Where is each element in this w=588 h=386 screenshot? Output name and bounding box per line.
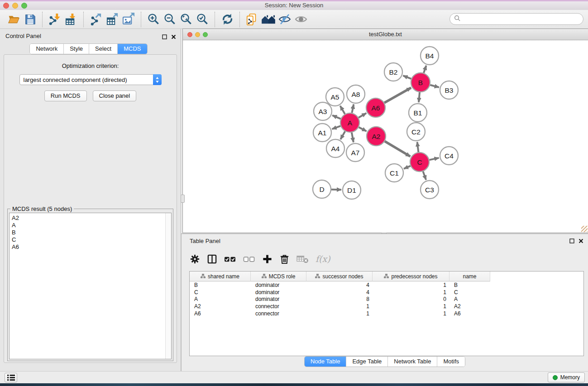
float-panel-icon[interactable] bbox=[162, 33, 167, 41]
table-cell[interactable]: dominator bbox=[251, 296, 306, 302]
network-zoom-button[interactable] bbox=[203, 32, 208, 37]
table-cell[interactable]: 8 bbox=[306, 296, 373, 302]
close-panel-button[interactable]: Close panel bbox=[93, 91, 137, 101]
table-cell[interactable]: 1 bbox=[373, 303, 449, 310]
graph-edge-C-C2[interactable] bbox=[417, 142, 419, 152]
zoom-fit-icon[interactable] bbox=[178, 12, 194, 27]
column-header-shared-name[interactable]: shared name bbox=[190, 272, 251, 281]
graph-edge-B-B2[interactable] bbox=[403, 76, 411, 79]
table-cell[interactable]: 4 bbox=[306, 289, 373, 295]
table-row[interactable]: A2connector11A2 bbox=[190, 303, 583, 310]
column-header-name[interactable]: name bbox=[449, 272, 490, 281]
table-row[interactable]: Bdominator41B bbox=[190, 281, 583, 289]
save-session-icon[interactable] bbox=[22, 12, 38, 27]
table-cell[interactable]: C bbox=[449, 289, 490, 295]
graph-edge-C-C1[interactable] bbox=[404, 166, 411, 169]
network-window-titlebar[interactable]: testGlobe.txt bbox=[183, 29, 588, 40]
minimize-window-button[interactable] bbox=[12, 3, 18, 9]
panel-divider-grip[interactable] bbox=[181, 195, 185, 203]
table-cell[interactable]: A bbox=[449, 296, 490, 302]
table-cell[interactable]: A bbox=[190, 296, 251, 302]
column-header-MCDS-role[interactable]: MCDS role bbox=[251, 272, 306, 281]
graph-edge-B-B4[interactable] bbox=[424, 66, 426, 73]
network-canvas[interactable]: AA1A2A3A4A5A6A7A8BB1B2B3B4CC1C2C3C4DD1 bbox=[183, 40, 588, 233]
tab-edge-table[interactable]: Edge Table bbox=[346, 357, 388, 367]
search-input[interactable] bbox=[463, 14, 583, 24]
table-cell[interactable]: B bbox=[190, 282, 251, 288]
graph-edge-A-A6[interactable] bbox=[359, 113, 366, 118]
create-column-icon[interactable] bbox=[262, 252, 272, 266]
table-cell[interactable]: A2 bbox=[449, 303, 490, 310]
tab-network[interactable]: Network bbox=[30, 44, 64, 54]
tab-network-table[interactable]: Network Table bbox=[388, 357, 437, 367]
delete-columns-icon[interactable] bbox=[279, 252, 290, 266]
graph-edge-A2-C[interactable] bbox=[385, 141, 410, 157]
graph-edge-A-A7[interactable] bbox=[352, 133, 354, 143]
close-window-button[interactable] bbox=[3, 3, 9, 9]
task-history-button[interactable] bbox=[5, 373, 17, 382]
tab-node-table[interactable]: Node Table bbox=[305, 357, 347, 367]
table-cell[interactable]: connector bbox=[251, 303, 306, 310]
zoom-out-icon[interactable] bbox=[162, 12, 178, 27]
export-table-icon[interactable] bbox=[104, 12, 120, 27]
float-table-panel-icon[interactable] bbox=[569, 237, 574, 245]
graph-edge-A-A4[interactable] bbox=[340, 131, 345, 139]
import-network-icon[interactable] bbox=[47, 12, 63, 27]
graph-edge-C-C3[interactable] bbox=[423, 172, 426, 180]
table-cell[interactable]: 4 bbox=[306, 282, 373, 288]
hide-selected-icon[interactable] bbox=[277, 12, 293, 27]
network-overview-icon[interactable] bbox=[260, 12, 277, 27]
optimization-criterion-dropdown[interactable]: largest connected component (directed) bbox=[19, 74, 162, 85]
table-row[interactable]: Adominator80A bbox=[190, 295, 583, 303]
table-cell[interactable]: 1 bbox=[306, 310, 373, 317]
window-resize-grip[interactable] bbox=[581, 226, 588, 232]
tab-select[interactable]: Select bbox=[89, 44, 118, 54]
zoom-window-button[interactable] bbox=[21, 3, 27, 9]
table-row[interactable]: Cdominator41C bbox=[190, 289, 583, 296]
close-table-panel-icon[interactable] bbox=[578, 237, 583, 245]
show-all-columns-icon[interactable] bbox=[224, 252, 236, 266]
table-cell[interactable]: A6 bbox=[190, 310, 251, 317]
table-cell[interactable]: 1 bbox=[306, 303, 373, 310]
graph-edge-A-A5[interactable] bbox=[340, 106, 345, 114]
tab-motifs[interactable]: Motifs bbox=[437, 357, 465, 367]
zoom-selected-icon[interactable] bbox=[194, 12, 210, 27]
tab-mcds[interactable]: MCDS bbox=[118, 44, 147, 54]
graph-edge-A-A3[interactable] bbox=[332, 115, 340, 119]
import-table-icon[interactable] bbox=[63, 12, 79, 27]
table-cell[interactable]: dominator bbox=[251, 282, 306, 288]
open-file-icon[interactable] bbox=[5, 12, 22, 27]
refresh-layout-icon[interactable] bbox=[219, 12, 235, 27]
graph-edge-A-A1[interactable] bbox=[332, 126, 341, 129]
table-cell[interactable]: A2 bbox=[190, 303, 251, 310]
network-minimize-button[interactable] bbox=[195, 32, 200, 37]
search-field[interactable] bbox=[449, 13, 583, 25]
result-scrollbar[interactable] bbox=[165, 213, 171, 359]
table-cell[interactable]: 0 bbox=[373, 296, 449, 302]
export-image-icon[interactable] bbox=[120, 12, 137, 27]
graph-edge-A-A8[interactable] bbox=[352, 105, 354, 113]
graph-edge-A6-B[interactable] bbox=[384, 88, 411, 103]
column-header-successor-nodes[interactable]: successor nodes bbox=[306, 272, 373, 281]
close-panel-icon[interactable] bbox=[171, 33, 176, 41]
run-mcds-button[interactable]: Run MCDS bbox=[44, 91, 87, 101]
table-cell[interactable]: C bbox=[190, 289, 251, 295]
network-close-button[interactable] bbox=[187, 32, 192, 37]
hide-all-columns-icon[interactable] bbox=[243, 252, 255, 266]
graph-edge-D-D1[interactable] bbox=[331, 190, 341, 190]
zoom-in-icon[interactable] bbox=[145, 12, 162, 27]
graph-edge-B-B3[interactable] bbox=[430, 85, 439, 87]
table-cell[interactable]: dominator bbox=[251, 289, 306, 295]
table-cell[interactable]: B bbox=[449, 282, 490, 288]
table-cell[interactable]: A6 bbox=[449, 310, 490, 317]
graph-edge-A-A2[interactable] bbox=[359, 127, 367, 131]
table-cell[interactable]: 1 bbox=[373, 282, 449, 288]
column-header-predecessor-nodes[interactable]: predecessor nodes bbox=[373, 272, 449, 281]
table-cell[interactable]: 1 bbox=[373, 289, 449, 295]
toggle-columns-icon[interactable] bbox=[207, 252, 217, 266]
memory-button[interactable]: Memory bbox=[548, 372, 585, 382]
graph-edge-B-B1[interactable] bbox=[419, 92, 420, 102]
export-network-icon[interactable] bbox=[88, 12, 104, 27]
table-cell[interactable]: 1 bbox=[373, 310, 449, 317]
tab-style[interactable]: Style bbox=[64, 44, 89, 54]
